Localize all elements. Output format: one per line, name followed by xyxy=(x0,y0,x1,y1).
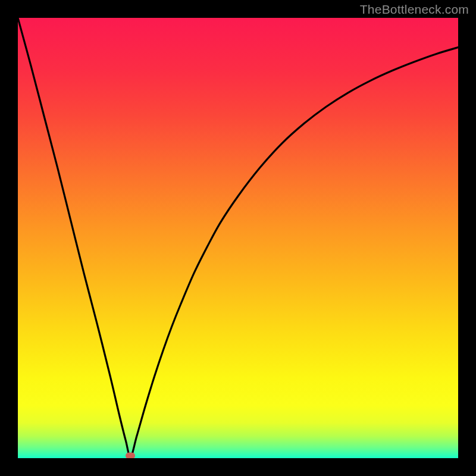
watermark-label: TheBottleneck.com xyxy=(360,2,469,17)
plot-area xyxy=(18,18,458,458)
chart-frame: TheBottleneck.com xyxy=(0,0,476,476)
minimum-marker xyxy=(126,452,135,458)
bottleneck-curve xyxy=(18,18,458,458)
